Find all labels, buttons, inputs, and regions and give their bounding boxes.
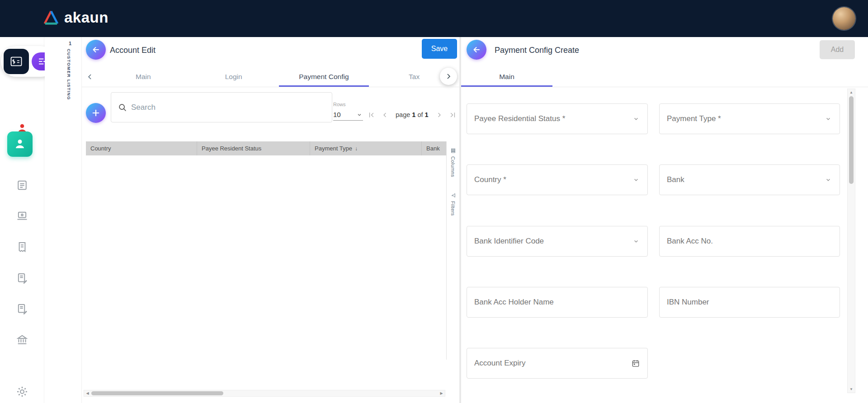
field-label: Bank <box>667 175 684 184</box>
chevron-left-icon <box>85 72 94 81</box>
receipt-icon <box>16 241 28 253</box>
scrollbar-thumb[interactable] <box>91 391 223 395</box>
sidebar-item-pos-device[interactable] <box>0 210 44 222</box>
search-box <box>111 92 332 122</box>
sidebar-item-document-edit[interactable] <box>0 272 44 285</box>
field-label: IBN Number <box>667 298 709 307</box>
field-ibn-number[interactable]: IBN Number <box>659 287 840 318</box>
pagination: page 1 of 1 <box>366 108 458 121</box>
rows-per-page-select[interactable]: Rows 10 <box>333 102 367 121</box>
open-tab-number: 1 <box>69 41 71 46</box>
next-page-button[interactable] <box>434 109 445 120</box>
add-button[interactable]: Add <box>820 40 855 59</box>
column-header-payment-type[interactable]: Payment Type↓ <box>310 141 422 155</box>
first-page-button[interactable] <box>366 109 377 120</box>
sidebar-item-receipts[interactable] <box>0 241 44 253</box>
table-header: Country Payee Resident Status Payment Ty… <box>86 141 446 155</box>
column-header-country[interactable]: Country <box>86 141 197 155</box>
prev-page-icon <box>381 111 389 119</box>
sidebar-item-notes[interactable] <box>0 179 44 192</box>
sidebar-item-bank[interactable] <box>0 333 44 346</box>
vertical-scrollbar[interactable]: ▲ ▼ <box>847 89 855 393</box>
scrollbar-thumb[interactable] <box>849 96 854 184</box>
field-account-expiry[interactable]: Account Expiry <box>467 348 648 379</box>
back-button[interactable] <box>467 40 486 60</box>
divider <box>461 87 868 87</box>
rows-label: Rows <box>333 102 367 107</box>
save-button[interactable]: Save <box>422 39 457 59</box>
column-label: Payment Type <box>315 145 352 152</box>
column-header-payee-resident-status[interactable]: Payee Resident Status <box>197 141 310 155</box>
brand-logo: akaun <box>42 9 108 26</box>
sidebar <box>0 37 44 403</box>
field-bank-acc-holder-name[interactable]: Bank Acc Holder Name <box>467 287 648 318</box>
sidebar-item-customer-listing-active[interactable] <box>7 131 33 157</box>
tab-payment-config[interactable]: Payment Config <box>279 67 369 87</box>
tab-main[interactable]: Main <box>98 67 189 87</box>
laptop-icon <box>16 210 28 222</box>
dropdown-caret-icon <box>632 176 640 184</box>
person-badge-icon <box>13 137 27 151</box>
open-tab-customer-listing[interactable]: CUSTOMER LISTING <box>66 49 71 100</box>
page-word: page <box>396 111 410 118</box>
filters-icon <box>450 192 456 198</box>
divider <box>82 87 459 87</box>
rows-value: 10 <box>333 111 341 118</box>
field-payee-residential-status[interactable]: Payee Residential Status * <box>467 103 648 134</box>
user-avatar[interactable] <box>833 7 855 30</box>
last-page-button[interactable] <box>448 109 458 120</box>
scroll-left-icon[interactable]: ◀ <box>84 390 91 397</box>
field-label: Country * <box>474 175 506 184</box>
sort-desc-icon: ↓ <box>355 145 358 152</box>
sidebar-item-settings[interactable] <box>0 385 44 398</box>
plus-icon <box>91 108 101 118</box>
tab-login[interactable]: Login <box>189 67 279 87</box>
dropdown-caret-icon <box>632 237 640 245</box>
field-label: Account Expiry <box>474 359 525 368</box>
dropdown-caret-icon <box>824 176 832 184</box>
back-button[interactable] <box>86 40 106 60</box>
scroll-down-icon[interactable]: ▼ <box>848 386 855 393</box>
account-edit-tabs: Main Login Payment Config Tax <box>82 67 459 87</box>
scroll-up-icon[interactable]: ▲ <box>848 89 855 96</box>
columns-tool-button[interactable]: Columns <box>450 148 456 177</box>
terminal-dollar-icon <box>9 55 23 68</box>
notes-list-icon <box>16 179 28 192</box>
field-bank[interactable]: Bank <box>659 164 840 195</box>
field-label: Bank Acc No. <box>667 237 713 246</box>
scrollbar-track[interactable] <box>848 96 855 386</box>
search-input[interactable] <box>131 103 326 112</box>
add-row-button[interactable] <box>86 103 106 123</box>
tabs-scroll-right-button[interactable] <box>440 68 457 85</box>
dropdown-caret-icon <box>824 115 832 123</box>
open-windows-strip: 1 CUSTOMER LISTING <box>45 37 82 403</box>
dropdown-caret-icon <box>632 115 640 123</box>
field-country[interactable]: Country * <box>467 164 648 195</box>
doc-edit-icon <box>16 303 28 315</box>
page-title: Payment Config Create <box>495 46 579 55</box>
field-label: Bank Acc Holder Name <box>474 298 554 307</box>
table-side-tools: Columns Filters <box>446 141 459 360</box>
field-label: Bank Identifier Code <box>474 237 544 246</box>
pos-terminal-button[interactable] <box>4 49 29 74</box>
tabs-scroll-left-button[interactable] <box>82 67 98 87</box>
column-header-bank[interactable]: Bank <box>422 141 446 155</box>
gear-icon <box>16 385 28 398</box>
field-label: Payee Residential Status * <box>474 114 565 123</box>
field-bank-acc-no[interactable]: Bank Acc No. <box>659 226 840 257</box>
filters-label: Filters <box>450 201 456 216</box>
scrollbar-track[interactable] <box>91 390 438 396</box>
scroll-right-icon[interactable]: ▶ <box>438 390 445 397</box>
filters-tool-button[interactable]: Filters <box>450 192 456 216</box>
prev-page-button[interactable] <box>379 109 390 120</box>
field-label: Payment Type * <box>667 114 721 123</box>
horizontal-scrollbar[interactable]: ◀ ▶ <box>84 390 445 397</box>
field-payment-type[interactable]: Payment Type * <box>659 103 840 134</box>
field-bank-identifier-code[interactable]: Bank Identifier Code <box>467 226 648 257</box>
page-indicator: page 1 of 1 <box>396 111 429 118</box>
back-arrow-icon <box>91 45 101 55</box>
payment-config-create-panel: Payment Config Create Add Main Payee Res… <box>461 37 868 403</box>
sidebar-item-document-edit-2[interactable] <box>0 303 44 315</box>
tab-main[interactable]: Main <box>461 67 552 87</box>
back-arrow-icon <box>472 45 481 55</box>
